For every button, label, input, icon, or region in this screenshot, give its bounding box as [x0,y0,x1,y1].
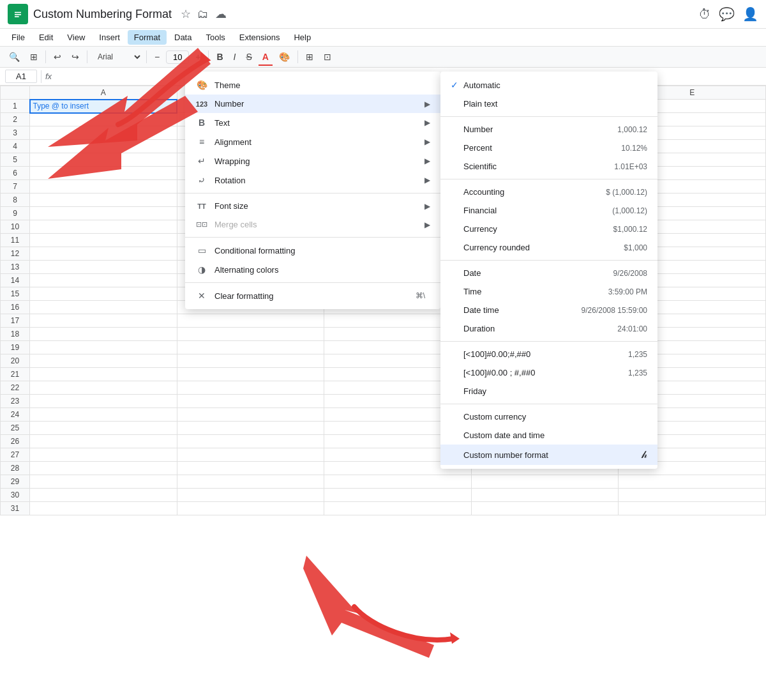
ns-time[interactable]: Time 3:59:00 PM [440,282,657,301]
format-menu-alternating[interactable]: ◑ Alternating colors [185,260,440,279]
cell-D31[interactable] [471,502,619,515]
format-menu-theme[interactable]: 🎨 Theme [185,75,440,95]
format-menu-rotation[interactable]: ⤾ Rotation ▶ [185,171,440,190]
cell-B30[interactable] [177,489,324,502]
format-menu-clear[interactable]: ✕ Clear formatting ⌘\ [185,286,440,305]
cell-B25[interactable] [177,422,324,435]
menu-insert[interactable]: Insert [93,30,126,45]
cell-A2[interactable] [30,113,177,126]
cell-A30[interactable] [30,489,177,502]
cell-B29[interactable] [177,475,324,489]
cell-E29[interactable] [619,475,766,489]
cloud-icon[interactable]: ☁ [215,7,227,21]
ns-date[interactable]: Date 9/26/2008 [440,264,657,282]
cell-B23[interactable] [177,395,324,408]
insert-table-button[interactable]: ⊞ [26,49,41,65]
cell-B17[interactable] [177,314,324,328]
cell-A14[interactable] [30,274,177,287]
cell-A10[interactable] [30,220,177,234]
merge-button[interactable]: ⊡ [320,49,335,65]
cell-A28[interactable] [30,462,177,475]
cell-A7[interactable] [30,180,177,194]
history-icon[interactable]: ⏱ [698,7,711,22]
cell-A29[interactable] [30,475,177,489]
search-button[interactable]: 🔍 [5,49,24,65]
cell-B31[interactable] [177,502,324,515]
cell-A15[interactable] [30,287,177,301]
menu-tools[interactable]: Tools [199,30,231,45]
cell-A26[interactable] [30,435,177,448]
menu-file[interactable]: File [5,30,31,45]
ns-friday[interactable]: Friday [440,382,657,400]
cell-B18[interactable] [177,328,324,341]
menu-data[interactable]: Data [168,30,198,45]
cell-B26[interactable] [177,435,324,448]
cell-A24[interactable] [30,408,177,422]
fill-color-button[interactable]: 🎨 [275,49,294,65]
cell-A8[interactable] [30,194,177,207]
cell-A18[interactable] [30,328,177,341]
ns-currency[interactable]: Currency $1,000.12 [440,220,657,238]
cell-B21[interactable] [177,368,324,381]
ns-custom2[interactable]: [<100]#0.00 ; #,##0 1,235 [440,363,657,382]
format-menu-conditional[interactable]: ▭ Conditional formatting [185,241,440,260]
redo-button[interactable]: ↪ [68,49,83,65]
format-menu-fontsize[interactable]: TT Font size ▶ [185,197,440,215]
cell-A31[interactable] [30,502,177,515]
italic-button[interactable]: I [230,49,240,65]
cell-C30[interactable] [324,489,472,502]
folder-icon[interactable]: 🗂 [197,8,209,21]
format-menu-number[interactable]: 123 Number ▶ [185,95,440,113]
ns-automatic[interactable]: ✓ Automatic [440,75,657,95]
cell-A17[interactable] [30,314,177,328]
format-menu-merge[interactable]: ⊡⊡ Merge cells ▶ [185,215,440,234]
cell-B27[interactable] [177,448,324,462]
strikethrough-button[interactable]: S [242,49,255,65]
cell-D29[interactable] [471,475,619,489]
font-size-minus[interactable]: − [151,49,163,65]
cell-C31[interactable] [324,502,472,515]
ns-duration[interactable]: Duration 24:01:00 [440,319,657,338]
ns-custom-number[interactable]: Custom number format 𝒽 [440,445,657,465]
avatar-icon[interactable]: 👤 [742,6,758,22]
cell-D30[interactable] [471,489,619,502]
ns-custom-currency[interactable]: Custom currency [440,407,657,426]
cell-A13[interactable] [30,261,177,274]
cell-A5[interactable] [30,153,177,167]
cell-A9[interactable] [30,207,177,220]
cell-E30[interactable] [619,489,766,502]
cell-A3[interactable] [30,126,177,140]
cell-A23[interactable] [30,395,177,408]
col-header-a[interactable]: A [30,86,177,100]
cell-A16[interactable] [30,301,177,314]
cell-B28[interactable] [177,462,324,475]
cell-A27[interactable] [30,448,177,462]
cell-A19[interactable] [30,341,177,354]
cell-B22[interactable] [177,381,324,395]
ns-custom1[interactable]: [<100]#0.00;#,##0 1,235 [440,345,657,363]
menu-format[interactable]: Format [128,30,167,45]
menu-extensions[interactable]: Extensions [233,30,287,45]
ns-number[interactable]: Number 1,000.12 [440,120,657,139]
cell-A25[interactable] [30,422,177,435]
comment-icon[interactable]: 💬 [719,6,735,22]
undo-button[interactable]: ↩ [50,49,65,65]
ns-custom-datetime[interactable]: Custom date and time [440,426,657,445]
font-size-plus[interactable]: + [192,49,204,65]
font-selector[interactable]: Arial [91,49,142,65]
ns-datetime[interactable]: Date time 9/26/2008 15:59:00 [440,301,657,319]
bold-button[interactable]: B [213,49,227,65]
cell-A12[interactable] [30,247,177,261]
cell-A22[interactable] [30,381,177,395]
cell-B20[interactable] [177,354,324,368]
format-menu-alignment[interactable]: ≡ Alignment ▶ [185,132,440,151]
border-button[interactable]: ⊞ [302,49,317,65]
ns-percent[interactable]: Percent 10.12% [440,139,657,157]
cell-A4[interactable] [30,140,177,153]
cell-A6[interactable] [30,167,177,180]
menu-view[interactable]: View [61,30,91,45]
cell-A20[interactable] [30,354,177,368]
format-menu-text[interactable]: B Text ▶ [185,113,440,132]
format-menu-wrapping[interactable]: ↵ Wrapping ▶ [185,151,440,171]
star-icon[interactable]: ☆ [181,7,191,21]
